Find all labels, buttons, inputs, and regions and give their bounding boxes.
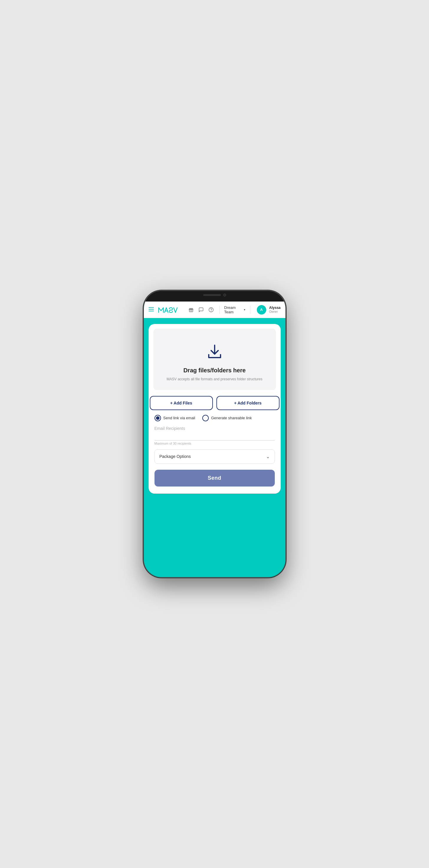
notch [191, 291, 238, 299]
email-label: Email Recipients [155, 426, 275, 431]
email-section: Email Recipients Maximum of 30 recipient… [148, 423, 281, 446]
radio-link-circle [202, 415, 209, 421]
email-hint: Maximum of 30 recipients [155, 442, 275, 445]
gift-icon[interactable] [188, 306, 195, 313]
radio-email-label: Send link via email [163, 416, 195, 420]
user-role: Owner [269, 310, 281, 314]
logo [158, 307, 181, 313]
send-section: Send [148, 465, 281, 488]
avatar[interactable]: A [257, 305, 266, 314]
svg-rect-1 [148, 309, 154, 309]
drop-title: Drag files/folders here [184, 367, 245, 374]
send-email-option[interactable]: Send link via email [155, 415, 195, 421]
phone-screen: Dream Team ▾ A Alyssa Owner [144, 302, 286, 577]
package-options-dropdown[interactable]: Package Options ⌄ [155, 450, 275, 464]
svg-rect-0 [148, 307, 154, 308]
camera [223, 293, 226, 297]
svg-point-5 [209, 307, 213, 312]
file-buttons: + Add Files + Add Folders [148, 396, 281, 410]
drop-zone[interactable]: Drag files/folders here MASV accepts all… [153, 329, 276, 390]
chat-icon[interactable] [198, 306, 205, 313]
email-input[interactable] [155, 432, 275, 440]
phone-frame: Dream Team ▾ A Alyssa Owner [144, 291, 286, 577]
user-info: Alyssa Owner [269, 306, 281, 313]
team-chevron-icon: ▾ [244, 308, 245, 311]
delivery-options: Send link via email Generate shareable l… [148, 410, 281, 423]
package-chevron-icon: ⌄ [266, 454, 270, 459]
send-button[interactable]: Send [155, 470, 275, 487]
team-name: Dream Team [224, 305, 243, 314]
team-selector[interactable]: Dream Team ▾ [224, 305, 245, 314]
hamburger-menu-icon[interactable] [148, 307, 154, 313]
package-options-label: Package Options [160, 454, 191, 459]
navbar-icons [188, 306, 214, 313]
radio-email-circle [155, 415, 161, 421]
main-content: Drag files/folders here MASV accepts all… [144, 318, 286, 577]
upload-card: Drag files/folders here MASV accepts all… [148, 324, 281, 494]
package-section: Package Options ⌄ [148, 446, 281, 465]
download-icon-container [206, 343, 224, 362]
radio-link-label: Generate shareable link [211, 416, 252, 420]
help-icon[interactable] [207, 306, 214, 313]
radio-email-inner [156, 416, 160, 420]
drop-subtitle: MASV accepts all file formats and preser… [167, 377, 262, 382]
shareable-link-option[interactable]: Generate shareable link [202, 415, 252, 421]
download-icon [206, 343, 224, 361]
speaker [203, 294, 221, 296]
svg-rect-2 [148, 311, 154, 311]
navbar: Dream Team ▾ A Alyssa Owner [144, 302, 286, 318]
nav-divider [219, 306, 220, 314]
add-files-button[interactable]: + Add Files [150, 396, 213, 410]
phone-top-bar [144, 291, 286, 302]
add-folders-button[interactable]: + Add Folders [217, 396, 279, 410]
user-name: Alyssa [269, 306, 281, 310]
